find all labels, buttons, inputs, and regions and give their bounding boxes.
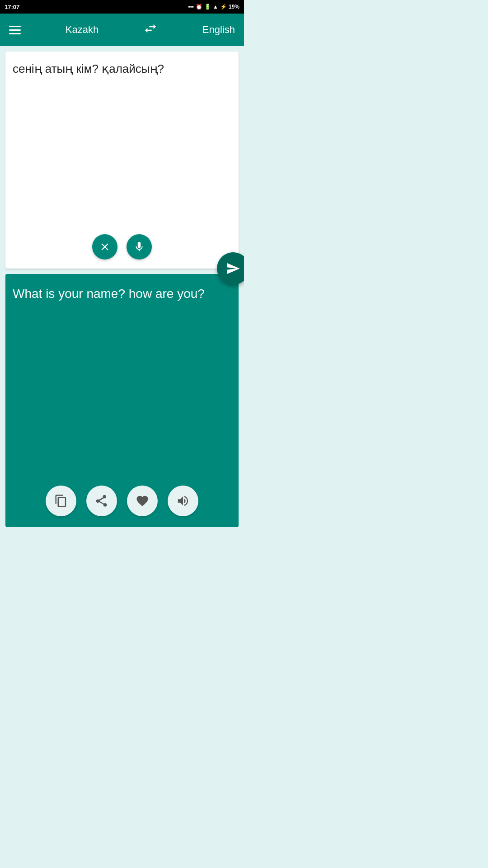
favorite-button[interactable] [127, 486, 158, 516]
status-time: 17:07 [5, 4, 19, 10]
alarm-icon: ⏰ [196, 4, 202, 10]
bolt-icon: ⚡ [220, 4, 227, 10]
battery-pct: 19% [229, 4, 239, 10]
translated-text: What is your name? how are you? [5, 274, 239, 308]
menu-line-2 [9, 29, 21, 31]
input-area: сенің атың кім? қалайсың? [5, 52, 239, 269]
menu-line-1 [9, 26, 21, 27]
clear-button[interactable] [92, 234, 117, 259]
status-bar: 17:07 ••• ⏰ 🔋 ▲ ⚡ 19% [0, 0, 244, 14]
source-language[interactable]: Kazakh [66, 24, 99, 36]
copy-button[interactable] [46, 486, 76, 516]
share-button[interactable] [86, 486, 117, 516]
source-text[interactable]: сенің атың кім? қалайсың? [5, 52, 239, 230]
microphone-button[interactable] [127, 234, 152, 259]
output-area: What is your name? how are you? [5, 274, 239, 527]
swap-languages-button[interactable] [143, 21, 158, 39]
speak-button[interactable] [168, 486, 198, 516]
status-icons: ••• ⏰ 🔋 ▲ ⚡ 19% [188, 4, 239, 10]
input-actions [5, 230, 239, 261]
output-actions [5, 481, 239, 518]
sim-icon: 🔋 [204, 4, 211, 10]
menu-line-3 [9, 33, 21, 34]
menu-button[interactable] [9, 26, 21, 34]
input-wrapper: сенің атың кім? қалайсың? [0, 52, 244, 269]
toolbar: Kazakh English [0, 14, 244, 46]
status-dots: ••• [188, 4, 194, 10]
target-language[interactable]: English [202, 24, 235, 36]
signal-icon: ▲ [213, 4, 218, 10]
